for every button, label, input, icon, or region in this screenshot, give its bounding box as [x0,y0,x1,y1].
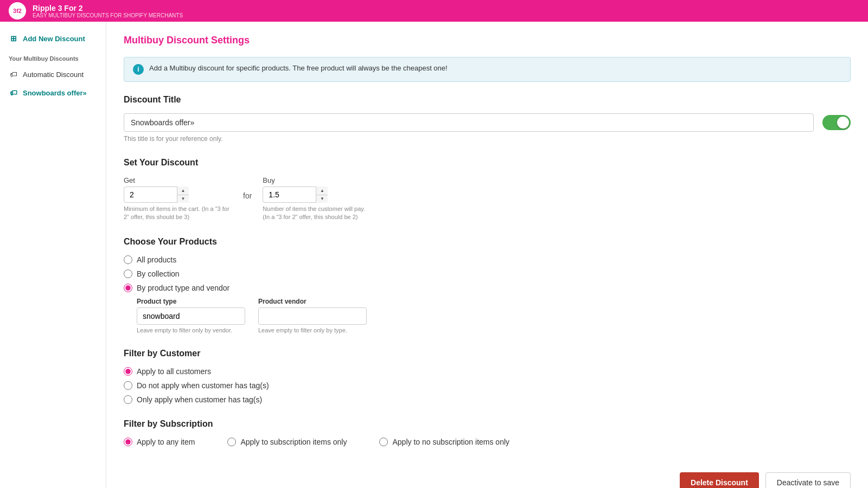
choose-products-label: Choose Your Products [124,237,851,247]
info-icon: i [133,64,144,75]
radio-all-products[interactable]: All products [124,255,851,264]
radio-any-item[interactable]: Apply to any item [124,438,195,446]
sidebar-section-title: Your Multibuy Discounts [0,49,106,65]
radio-any-item-input[interactable] [124,438,132,446]
add-icon: ⊞ [9,34,18,43]
main-content: Multibuy Discount Settings i Add a Multi… [106,22,868,488]
bottom-actions: Delete Discount Deactivate to save [124,464,851,488]
add-new-discount-button[interactable]: ⊞ Add New Discount [0,28,106,49]
radio-no-tag-input[interactable] [124,381,132,390]
automatic-icon: 🏷 [9,69,18,79]
product-vendor-hint: Leave empty to filter only by type. [258,327,367,333]
customer-radio-group: Apply to all customers Do not apply when… [124,367,851,404]
sidebar: ⊞ Add New Discount Your Multibuy Discoun… [0,22,106,488]
get-up-spinner[interactable]: ▲ [177,187,189,195]
product-vendor-input[interactable] [258,307,367,325]
info-banner: i Add a Multibuy discount for specific p… [124,57,851,82]
active-toggle[interactable] [822,115,851,130]
radio-no-tag[interactable]: Do not apply when customer has tag(s) [124,381,851,390]
sidebar-item-automatic[interactable]: 🏷 Automatic Discount [0,65,106,84]
radio-by-type-vendor-input[interactable] [124,284,132,292]
title-helper-text: This title is for your reference only. [124,135,851,143]
page-title: Multibuy Discount Settings [124,35,851,46]
snowboards-icon: 🏷 [9,88,18,98]
radio-no-sub[interactable]: Apply to no subscription items only [379,438,509,446]
get-down-spinner[interactable]: ▼ [177,195,189,203]
buy-label: Buy [263,176,371,184]
buy-up-spinner[interactable]: ▲ [316,187,328,195]
radio-no-sub-input[interactable] [379,438,388,446]
radio-sub-only-input[interactable] [227,438,236,446]
product-type-label: Product type [137,298,245,305]
buy-down-spinner[interactable]: ▼ [316,195,328,203]
radio-all-customers-input[interactable] [124,367,132,376]
deactivate-button[interactable]: Deactivate to save [765,472,851,488]
app-logo: 3f2 [9,2,26,20]
for-label: for [243,176,252,200]
radio-has-tag[interactable]: Only apply when customer has tag(s) [124,395,851,404]
radio-by-collection[interactable]: By collection [124,269,851,278]
radio-sub-only[interactable]: Apply to subscription items only [227,438,347,446]
filter-subscription-label: Filter by Subscription [124,419,851,429]
filter-customer-label: Filter by Customer [124,349,851,358]
radio-has-tag-input[interactable] [124,395,132,404]
product-vendor-label: Product vendor [258,298,367,305]
radio-all-customers[interactable]: Apply to all customers [124,367,851,376]
delete-discount-button[interactable]: Delete Discount [680,472,759,488]
app-subtitle: EASY MULTIBUY DISCOUNTS FOR SHOPIFY MERC… [33,12,183,18]
product-type-hint: Leave empty to filter only by vendor. [137,327,245,333]
radio-by-type-vendor[interactable]: By product type and vendor [124,284,851,292]
discount-title-input[interactable] [124,113,814,132]
get-note: Minimum of items in the cart. (In a "3 f… [124,205,232,222]
buy-note: Number of items the customer will pay. (… [263,205,371,222]
app-name: Ripple 3 For 2 [33,4,183,12]
set-discount-label: Set Your Discount [124,158,851,168]
discount-title-label: Discount Title [124,95,851,105]
product-type-input[interactable] [137,307,245,325]
info-banner-text: Add a Multibuy discount for specific pro… [149,64,448,72]
get-label: Get [124,176,232,184]
radio-by-collection-input[interactable] [124,269,132,278]
subscription-radio-group: Apply to any item Apply to subscription … [124,438,851,446]
products-radio-group: All products By collection By product ty… [124,255,851,292]
buy-spinners: ▲ ▼ [316,187,328,203]
get-spinners: ▲ ▼ [177,187,189,203]
top-bar: 3f2 Ripple 3 For 2 EASY MULTIBUY DISCOUN… [0,0,868,22]
radio-all-products-input[interactable] [124,255,132,264]
sidebar-item-snowboards[interactable]: 🏷 Snowboards offer» [0,84,106,102]
product-fields: Product type Leave empty to filter only … [137,298,851,333]
